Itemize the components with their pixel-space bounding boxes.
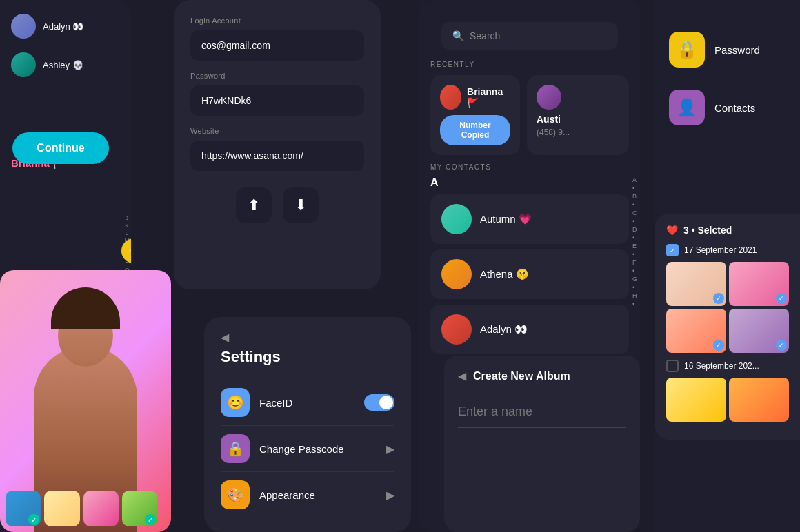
settings-faceid-item[interactable]: 😊 FaceID (221, 380, 394, 426)
settings-panel: ◀ Settings 😊 FaceID 🔒 Change Passcode ▶ … (204, 317, 411, 532)
photo-thumb-2[interactable]: ✓ (729, 262, 789, 306)
alpha-k: K (125, 223, 128, 229)
passcode-chevron-icon: ▶ (386, 442, 394, 456)
photo-thumb-3[interactable]: ✓ (666, 309, 726, 353)
autumn-avatar (441, 204, 472, 234)
search-input[interactable]: Search (470, 30, 500, 41)
thumb-check-1: ✓ (28, 514, 39, 525)
sept17-checkbox[interactable]: ✓ (666, 244, 679, 256)
appearance-label: Appearance (259, 489, 377, 501)
athena-name: Athena 🤫 (480, 268, 529, 280)
photo-check-1: ✓ (713, 293, 724, 304)
contact-adalyn[interactable]: Adalyn 👀 (6, 8, 126, 44)
my-contacts-label: MY CONTACTS (419, 163, 640, 171)
selection-panel: ❤️ 3 • Selcted ✓ 17 September 2021 ✓ ✓ ✓ (655, 214, 800, 440)
photo-thumb-1[interactable]: ✓ (666, 262, 726, 306)
alpha-j: J (126, 215, 128, 222)
ashley-name: Ashley 💀 (43, 60, 83, 70)
brianna-recent-avatar (440, 85, 461, 110)
contacts-app-item[interactable]: 👤 Contacts (655, 79, 800, 136)
faceid-icon: 😊 (221, 388, 250, 417)
settings-back-button[interactable]: ◀ (221, 331, 394, 344)
adalyn-center-name: Adalyn 👀 (480, 323, 528, 336)
thumbnail-1[interactable]: ✓ (6, 491, 41, 526)
photo-check-3: ✓ (713, 340, 724, 351)
continue-button[interactable]: Continue (12, 132, 109, 164)
thumbnail-3[interactable] (83, 491, 119, 526)
search-icon: 🔍 (452, 30, 464, 41)
album-header: ◀ Create New Album (458, 369, 626, 382)
sept16-checkbox[interactable] (666, 360, 679, 372)
contact-adalyn-center[interactable]: Adalyn 👀 (430, 305, 629, 354)
austin-recent-phone: (458) 9... (537, 127, 619, 137)
profile-photo-panel: ✓ ✓ (0, 270, 171, 532)
adalyn-avatar (11, 14, 36, 39)
action-icons-row: ⬆ ⬇ (190, 187, 364, 223)
brianna-recent-name: Brianna 🚩 (467, 86, 510, 108)
settings-title: Settings (221, 348, 394, 366)
adalyn-name: Adalyn 👀 (43, 21, 83, 32)
faceid-toggle[interactable] (364, 394, 394, 411)
austin-recent-avatar (537, 85, 561, 110)
selection-header: ❤️ 3 • Selcted (666, 225, 789, 236)
sept17-label: 17 September 2021 (684, 245, 757, 255)
recently-row: Brianna 🚩 Number Copied Austi (458) 9... (419, 75, 640, 155)
sept17-photo-grid: ✓ ✓ ✓ ✓ (666, 262, 789, 353)
download-icon-button[interactable]: ⬇ (283, 187, 319, 223)
date-row-sept16: 16 September 202... (666, 360, 789, 372)
album-title: Create New Album (473, 370, 570, 382)
contacts-section-a: A A • B • C • D • E • F • G • H • Autumn… (419, 176, 640, 354)
contact-athena[interactable]: Athena 🤫 (430, 249, 629, 299)
photo-thumb-5[interactable] (666, 378, 726, 422)
album-name-input[interactable] (458, 396, 626, 428)
thumb-check-4: ✓ (145, 514, 156, 525)
photo-check-4: ✓ (776, 340, 787, 351)
photo-check-2: ✓ (776, 293, 787, 304)
heart-icon: ❤️ (666, 225, 678, 236)
album-back-button[interactable]: ◀ (458, 369, 466, 382)
thumbnail-4[interactable]: ✓ (122, 491, 157, 526)
date-group-sept16: 16 September 202... (666, 360, 789, 422)
photo-thumb-4[interactable]: ✓ (729, 309, 789, 353)
website-input[interactable]: https://www.asana.com/ (190, 141, 364, 171)
thumbnail-2[interactable] (44, 491, 79, 526)
search-bar[interactable]: 🔍 Search (441, 22, 618, 50)
recent-brianna-card[interactable]: Brianna 🚩 Number Copied (430, 75, 520, 155)
alpha-l: L (126, 230, 128, 237)
settings-passcode-item[interactable]: 🔒 Change Passcode ▶ (221, 426, 394, 472)
login-panel: Login Account cos@gmail.com Password H7w… (174, 0, 381, 289)
settings-appearance-item[interactable]: 🎨 Appearance ▶ (221, 472, 394, 518)
contacts-app-label: Contacts (714, 102, 755, 114)
number-copied-button[interactable]: Number Copied (440, 115, 510, 145)
date-row-sept17: ✓ 17 September 2021 (666, 244, 789, 256)
password-app-item[interactable]: 🔒 Password (655, 21, 800, 79)
email-label: Login Account (190, 17, 364, 25)
appearance-icon: 🎨 (221, 480, 250, 509)
email-input[interactable]: cos@gmail.com (190, 30, 364, 61)
recent-austin-card[interactable]: Austi (458) 9... (527, 75, 629, 155)
contacts-app-icon: 👤 (669, 90, 705, 125)
contact-autumn[interactable]: Autumn 💗 (430, 194, 629, 244)
album-panel: ◀ Create New Album (444, 356, 640, 532)
share-icon-button[interactable]: ⬆ (236, 187, 272, 223)
athena-avatar (441, 259, 472, 289)
passcode-icon: 🔒 (221, 434, 250, 463)
contact-ashley[interactable]: Ashley 💀 (6, 47, 126, 83)
password-icon: 🔒 (669, 32, 705, 68)
selection-count: 3 • Selcted (683, 225, 732, 236)
right-panel: 🔒 Password 👤 Contacts ❤️ 3 • Selcted ✓ 1… (655, 0, 800, 532)
ashley-avatar (11, 52, 36, 77)
photo-thumb-6[interactable] (729, 378, 789, 422)
sept16-photo-grid (666, 378, 789, 422)
date-group-sept17: ✓ 17 September 2021 ✓ ✓ ✓ ✓ (666, 244, 789, 353)
download-icon: ⬇ (294, 196, 307, 214)
faceid-label: FaceID (259, 397, 354, 409)
password-label: Password (190, 72, 364, 80)
austin-recent-name: Austi (537, 114, 619, 125)
password-input[interactable]: H7wKNDk6 (190, 85, 364, 116)
autumn-name: Autumn 💗 (480, 213, 532, 225)
appearance-chevron-icon: ▶ (386, 489, 394, 502)
recently-label: RECENTLY (419, 61, 640, 68)
section-letter-a: A (430, 176, 629, 189)
passcode-label: Change Passcode (259, 443, 377, 455)
